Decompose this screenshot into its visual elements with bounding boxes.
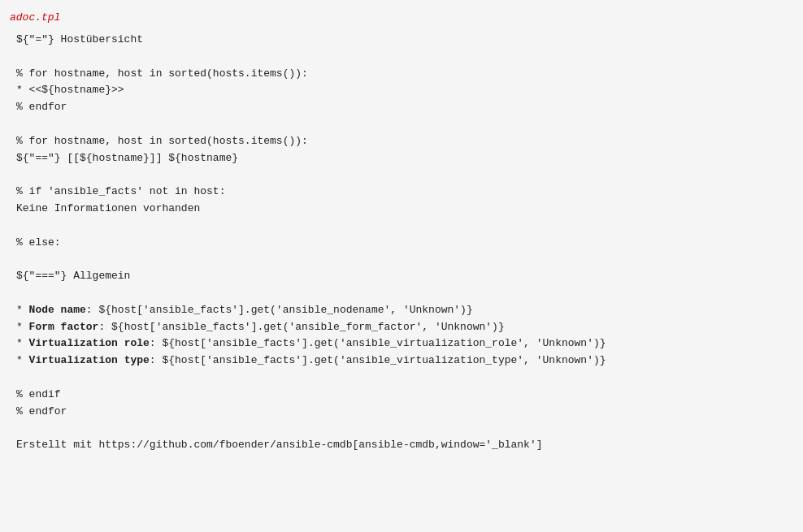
- code-line: ${"=="} [[${hostname}]] ${hostname}: [16, 152, 238, 164]
- code-content: ${"="} Hostübersicht % for hostname, hos…: [0, 28, 803, 462]
- code-line: * Virtualization role: ${host['ansible_f…: [16, 337, 606, 349]
- code-line: % if 'ansible_facts' not in host:: [16, 185, 225, 197]
- code-line: % endif: [16, 388, 61, 400]
- code-line: Erstellt mit https://github.com/fboender…: [16, 439, 543, 451]
- code-line: * <<${hostname}>>: [16, 84, 124, 96]
- code-line: % else:: [16, 236, 61, 249]
- code-line: % endfor: [16, 405, 67, 417]
- code-line: * Node name: ${host['ansible_facts'].get…: [16, 304, 473, 316]
- code-line: * Form factor: ${host['ansible_facts'].g…: [16, 321, 505, 333]
- code-line: ${"="} Hostübersicht: [16, 33, 143, 45]
- code-line: Keine Informationen vorhanden: [16, 202, 200, 214]
- code-line: % for hostname, host in sorted(hosts.ite…: [16, 135, 308, 147]
- main-container: adoc.tpl ${"="} Hostübersicht % for host…: [0, 0, 803, 532]
- file-tab[interactable]: adoc.tpl: [0, 8, 70, 27]
- code-line: ${"==="} Allgemein: [16, 270, 130, 282]
- code-line: % for hostname, host in sorted(hosts.ite…: [16, 67, 308, 80]
- code-line: * Virtualization type: ${host['ansible_f…: [16, 354, 606, 366]
- code-line: % endfor: [16, 101, 67, 113]
